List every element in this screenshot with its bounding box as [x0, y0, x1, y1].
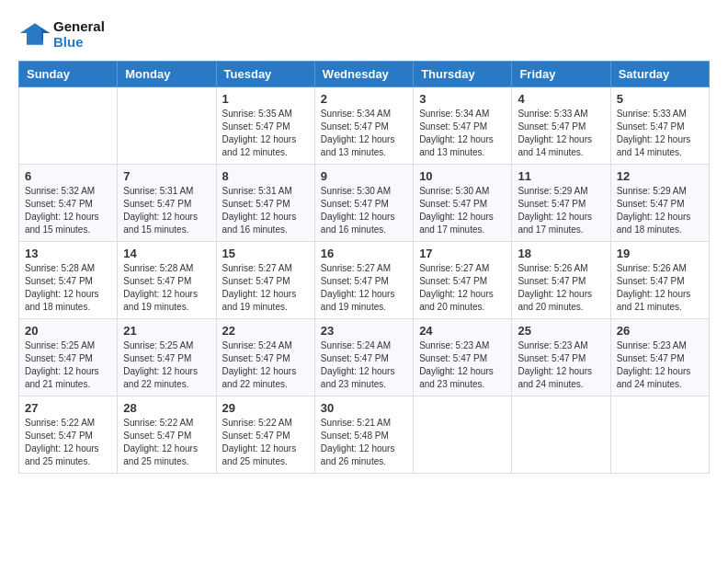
calendar-cell: 10Sunrise: 5:30 AMSunset: 5:47 PMDayligh…: [414, 165, 512, 242]
day-number: 15: [222, 247, 309, 260]
day-number: 30: [321, 401, 407, 415]
day-number: 10: [419, 169, 506, 183]
day-info: Sunrise: 5:35 AMSunset: 5:47 PMDaylight:…: [222, 108, 309, 159]
day-info: Sunrise: 5:22 AMSunset: 5:47 PMDaylight:…: [222, 417, 309, 468]
day-header-friday: Friday: [512, 62, 610, 87]
day-info: Sunrise: 5:29 AMSunset: 5:47 PMDaylight:…: [617, 185, 703, 236]
day-number: 29: [222, 401, 309, 415]
calendar-cell: 8Sunrise: 5:31 AMSunset: 5:47 PMDaylight…: [216, 165, 314, 242]
day-info: Sunrise: 5:23 AMSunset: 5:47 PMDaylight:…: [419, 339, 506, 391]
day-info: Sunrise: 5:26 AMSunset: 5:47 PMDaylight:…: [518, 262, 604, 314]
calendar-cell: [610, 396, 709, 474]
calendar-cell: 21Sunrise: 5:25 AMSunset: 5:47 PMDayligh…: [118, 319, 216, 396]
day-number: 8: [222, 169, 309, 183]
calendar-cell: 24Sunrise: 5:23 AMSunset: 5:47 PMDayligh…: [414, 319, 512, 396]
day-info: Sunrise: 5:28 AMSunset: 5:47 PMDaylight:…: [123, 262, 210, 314]
day-number: 6: [25, 169, 111, 183]
calendar-week-row: 1Sunrise: 5:35 AMSunset: 5:47 PMDaylight…: [19, 87, 710, 165]
calendar-cell: 9Sunrise: 5:30 AMSunset: 5:47 PMDaylight…: [314, 165, 413, 242]
day-info: Sunrise: 5:33 AMSunset: 5:47 PMDaylight:…: [518, 108, 604, 159]
header: General Blue: [18, 18, 710, 50]
logo-icon: [18, 21, 51, 47]
day-info: Sunrise: 5:29 AMSunset: 5:47 PMDaylight:…: [518, 185, 604, 236]
day-info: Sunrise: 5:28 AMSunset: 5:47 PMDaylight:…: [25, 262, 111, 314]
day-number: 23: [321, 324, 407, 338]
day-number: 4: [518, 92, 604, 106]
calendar-cell: 19Sunrise: 5:26 AMSunset: 5:47 PMDayligh…: [610, 242, 709, 319]
day-info: Sunrise: 5:31 AMSunset: 5:47 PMDaylight:…: [123, 185, 210, 236]
calendar-cell: 26Sunrise: 5:23 AMSunset: 5:47 PMDayligh…: [610, 319, 709, 396]
calendar-cell: 4Sunrise: 5:33 AMSunset: 5:47 PMDaylight…: [512, 87, 610, 165]
calendar-cell: 23Sunrise: 5:24 AMSunset: 5:47 PMDayligh…: [314, 319, 413, 396]
calendar-cell: 6Sunrise: 5:32 AMSunset: 5:47 PMDaylight…: [19, 165, 118, 242]
calendar-cell: 16Sunrise: 5:27 AMSunset: 5:47 PMDayligh…: [314, 242, 413, 319]
calendar-table: SundayMondayTuesdayWednesdayThursdayFrid…: [18, 61, 710, 474]
day-header-wednesday: Wednesday: [314, 62, 413, 87]
day-number: 19: [617, 247, 703, 260]
calendar-cell: 17Sunrise: 5:27 AMSunset: 5:47 PMDayligh…: [414, 242, 512, 319]
day-number: 18: [518, 247, 604, 260]
day-info: Sunrise: 5:31 AMSunset: 5:47 PMDaylight:…: [222, 185, 309, 236]
day-info: Sunrise: 5:24 AMSunset: 5:47 PMDaylight:…: [222, 339, 309, 391]
logo: General Blue: [18, 18, 105, 50]
day-number: 17: [419, 247, 506, 260]
day-number: 12: [617, 169, 703, 183]
calendar-week-row: 13Sunrise: 5:28 AMSunset: 5:47 PMDayligh…: [19, 242, 710, 319]
day-info: Sunrise: 5:34 AMSunset: 5:47 PMDaylight:…: [321, 108, 407, 159]
calendar-cell: 12Sunrise: 5:29 AMSunset: 5:47 PMDayligh…: [610, 165, 709, 242]
calendar-cell: 2Sunrise: 5:34 AMSunset: 5:47 PMDaylight…: [314, 87, 413, 165]
calendar-cell: 14Sunrise: 5:28 AMSunset: 5:47 PMDayligh…: [118, 242, 216, 319]
day-number: 2: [321, 92, 407, 106]
calendar-cell: [512, 396, 610, 474]
day-info: Sunrise: 5:22 AMSunset: 5:47 PMDaylight:…: [25, 417, 111, 468]
day-info: Sunrise: 5:22 AMSunset: 5:47 PMDaylight:…: [123, 417, 210, 468]
day-number: 24: [419, 324, 506, 338]
calendar-cell: 13Sunrise: 5:28 AMSunset: 5:47 PMDayligh…: [19, 242, 118, 319]
day-info: Sunrise: 5:25 AMSunset: 5:47 PMDaylight:…: [25, 339, 111, 391]
day-info: Sunrise: 5:27 AMSunset: 5:47 PMDaylight:…: [419, 262, 506, 314]
calendar-cell: 28Sunrise: 5:22 AMSunset: 5:47 PMDayligh…: [118, 396, 216, 474]
calendar-cell: 18Sunrise: 5:26 AMSunset: 5:47 PMDayligh…: [512, 242, 610, 319]
day-info: Sunrise: 5:33 AMSunset: 5:47 PMDaylight:…: [617, 108, 703, 159]
day-number: 11: [518, 169, 604, 183]
calendar-cell: [414, 396, 512, 474]
day-number: 5: [617, 92, 703, 106]
calendar-cell: 29Sunrise: 5:22 AMSunset: 5:47 PMDayligh…: [216, 396, 314, 474]
calendar-cell: 7Sunrise: 5:31 AMSunset: 5:47 PMDaylight…: [118, 165, 216, 242]
day-number: 26: [617, 324, 703, 338]
calendar-cell: 27Sunrise: 5:22 AMSunset: 5:47 PMDayligh…: [19, 396, 118, 474]
day-number: 28: [123, 401, 210, 415]
day-info: Sunrise: 5:23 AMSunset: 5:47 PMDaylight:…: [518, 339, 604, 391]
logo-text: General Blue: [53, 18, 105, 50]
calendar-cell: 22Sunrise: 5:24 AMSunset: 5:47 PMDayligh…: [216, 319, 314, 396]
day-number: 13: [25, 247, 111, 260]
day-number: 14: [123, 247, 210, 260]
calendar-cell: 5Sunrise: 5:33 AMSunset: 5:47 PMDaylight…: [610, 87, 709, 165]
day-number: 7: [123, 169, 210, 183]
day-info: Sunrise: 5:24 AMSunset: 5:47 PMDaylight:…: [321, 339, 407, 391]
day-header-monday: Monday: [118, 62, 216, 87]
day-number: 22: [222, 324, 309, 338]
calendar-cell: 30Sunrise: 5:21 AMSunset: 5:48 PMDayligh…: [314, 396, 413, 474]
day-number: 25: [518, 324, 604, 338]
calendar-week-row: 20Sunrise: 5:25 AMSunset: 5:47 PMDayligh…: [19, 319, 710, 396]
day-header-saturday: Saturday: [610, 62, 709, 87]
day-info: Sunrise: 5:27 AMSunset: 5:47 PMDaylight:…: [321, 262, 407, 314]
calendar-cell: 15Sunrise: 5:27 AMSunset: 5:47 PMDayligh…: [216, 242, 314, 319]
calendar-cell: [19, 87, 118, 165]
day-info: Sunrise: 5:27 AMSunset: 5:47 PMDaylight:…: [222, 262, 309, 314]
day-info: Sunrise: 5:30 AMSunset: 5:47 PMDaylight:…: [419, 185, 506, 236]
day-info: Sunrise: 5:34 AMSunset: 5:47 PMDaylight:…: [419, 108, 506, 159]
day-info: Sunrise: 5:25 AMSunset: 5:47 PMDaylight:…: [123, 339, 210, 391]
day-number: 1: [222, 92, 309, 106]
calendar-cell: 1Sunrise: 5:35 AMSunset: 5:47 PMDaylight…: [216, 87, 314, 165]
day-number: 9: [321, 169, 407, 183]
day-header-sunday: Sunday: [19, 62, 118, 87]
calendar-week-row: 6Sunrise: 5:32 AMSunset: 5:47 PMDaylight…: [19, 165, 710, 242]
day-number: 3: [419, 92, 506, 106]
day-info: Sunrise: 5:32 AMSunset: 5:47 PMDaylight:…: [25, 185, 111, 236]
day-info: Sunrise: 5:30 AMSunset: 5:47 PMDaylight:…: [321, 185, 407, 236]
day-header-tuesday: Tuesday: [216, 62, 314, 87]
day-number: 21: [123, 324, 210, 338]
calendar-cell: 25Sunrise: 5:23 AMSunset: 5:47 PMDayligh…: [512, 319, 610, 396]
